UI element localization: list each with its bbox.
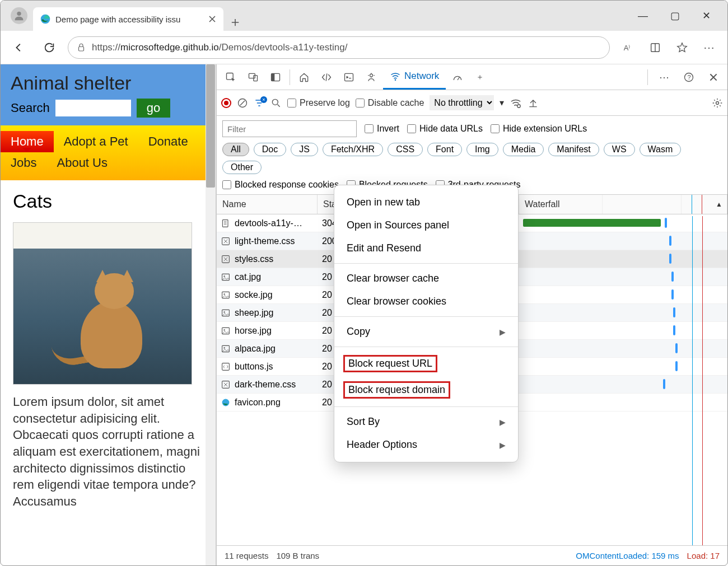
- svg-point-27: [223, 311, 225, 312]
- col-name[interactable]: Name: [217, 195, 318, 214]
- nav-donate[interactable]: Donate: [138, 131, 198, 152]
- ctx-open-sources[interactable]: Open in Sources panel: [334, 214, 518, 237]
- lorem-text: Lorem ipsum dolor, sit amet consectetur …: [13, 394, 203, 510]
- svg-point-29: [223, 329, 225, 330]
- settings-icon[interactable]: [712, 97, 723, 109]
- filter-pill-other[interactable]: Other: [222, 161, 262, 174]
- nav-adopt[interactable]: Adopt a Pet: [54, 131, 138, 152]
- close-tab-icon[interactable]: [208, 15, 217, 24]
- devtools-menu-icon[interactable]: ⋯: [654, 67, 675, 88]
- filter-pill-font[interactable]: Font: [427, 143, 462, 156]
- filter-pill-doc[interactable]: Doc: [254, 143, 286, 156]
- ctx-open-new-tab[interactable]: Open in new tab: [334, 191, 518, 214]
- invert-checkbox[interactable]: Invert: [365, 124, 399, 134]
- help-icon[interactable]: ?: [678, 67, 699, 88]
- profile-button[interactable]: [11, 7, 27, 24]
- svg-point-23: [223, 275, 225, 277]
- back-button[interactable]: [7, 36, 31, 59]
- svg-rect-2: [79, 46, 84, 51]
- svg-point-11: [370, 74, 373, 77]
- site-nav: Home Adopt a Pet Donate Jobs About Us: [1, 125, 216, 180]
- minimize-icon[interactable]: —: [638, 10, 648, 22]
- dock-icon[interactable]: [265, 67, 286, 88]
- welcome-tab-icon[interactable]: [293, 67, 315, 88]
- page-scrollbar[interactable]: [206, 64, 216, 565]
- disable-cache-checkbox[interactable]: Disable cache: [356, 98, 424, 108]
- ctx-block-url[interactable]: Block request URL: [334, 350, 518, 377]
- ctx-clear-cache[interactable]: Clear browser cache: [334, 267, 518, 290]
- page-title: Animal shelter: [11, 72, 206, 94]
- filter-pill-media[interactable]: Media: [503, 143, 544, 156]
- favorite-button[interactable]: [670, 36, 694, 59]
- elements-tab-icon[interactable]: [316, 67, 337, 88]
- clear-icon[interactable]: [237, 97, 248, 109]
- go-button[interactable]: go: [137, 99, 170, 118]
- svg-point-25: [223, 293, 225, 294]
- nav-home[interactable]: Home: [1, 131, 54, 152]
- ctx-copy[interactable]: Copy▶: [334, 320, 518, 343]
- nav-about[interactable]: About Us: [46, 152, 118, 174]
- maximize-icon[interactable]: ▢: [670, 10, 680, 22]
- devtools-tabs: Network ＋ ⋯ ?: [217, 64, 727, 90]
- search-icon[interactable]: [270, 97, 282, 109]
- filter-pill-wasm[interactable]: Wasm: [640, 143, 682, 156]
- performance-tab-icon[interactable]: [447, 67, 468, 88]
- context-menu: Open in new tab Open in Sources panel Ed…: [334, 185, 519, 462]
- network-conditions-icon[interactable]: [510, 97, 522, 109]
- filter-input[interactable]: [222, 120, 357, 137]
- search-label: Search: [11, 101, 50, 115]
- filter-pill-ws[interactable]: WS: [604, 143, 635, 156]
- filter-pill-js[interactable]: JS: [291, 143, 318, 156]
- svg-point-16: [272, 99, 278, 105]
- filter-pill-img[interactable]: Img: [466, 143, 498, 156]
- close-devtools-icon[interactable]: [703, 67, 724, 88]
- ctx-header-options[interactable]: Header Options▶: [334, 433, 518, 456]
- ctx-sort-by[interactable]: Sort By▶: [334, 410, 518, 433]
- col-waterfall[interactable]: Waterfall▲: [519, 195, 727, 214]
- filter-toggle-icon[interactable]: ×: [254, 97, 265, 109]
- inspect-icon[interactable]: [220, 67, 241, 88]
- devtools-panel: Network ＋ ⋯ ? × Preserve log Disable cac…: [216, 64, 727, 565]
- sources-tab-icon[interactable]: [361, 67, 382, 88]
- page-subheading: Cats: [13, 190, 203, 212]
- filter-pill-all[interactable]: All: [222, 143, 249, 156]
- browser-tab[interactable]: Demo page with accessibility issu: [33, 7, 223, 31]
- ctx-edit-resend[interactable]: Edit and Resend: [334, 237, 518, 260]
- more-tabs-button[interactable]: ＋: [469, 67, 491, 88]
- filter-pill-css[interactable]: CSS: [388, 143, 423, 156]
- hide-data-urls-checkbox[interactable]: Hide data URLs: [407, 124, 483, 134]
- ctx-clear-cookies[interactable]: Clear browser cookies: [334, 290, 518, 313]
- svg-rect-10: [345, 73, 353, 81]
- network-toolbar: × Preserve log Disable cache No throttli…: [217, 90, 727, 116]
- blocked-cookies-checkbox[interactable]: Blocked response cookies: [222, 180, 339, 190]
- preserve-log-checkbox[interactable]: Preserve log: [287, 98, 350, 108]
- filter-pill-manifest[interactable]: Manifest: [548, 143, 599, 156]
- filter-pill-fetchxhr[interactable]: Fetch/XHR: [323, 143, 383, 156]
- svg-rect-19: [222, 219, 228, 227]
- network-statusbar: 11 requests 109 B trans OMContentLoaded:…: [217, 545, 727, 565]
- svg-point-18: [716, 101, 719, 104]
- network-tab[interactable]: Network: [383, 64, 446, 90]
- close-window-icon[interactable]: ✕: [702, 10, 711, 22]
- refresh-button[interactable]: [38, 36, 61, 59]
- search-input[interactable]: [55, 100, 131, 116]
- read-aloud-button[interactable]: A⁾: [617, 36, 640, 59]
- menu-button[interactable]: ⋯: [697, 36, 721, 59]
- person-icon: [13, 10, 25, 22]
- status-domcontentloaded: OMContentLoaded: 159 ms: [576, 551, 679, 560]
- reader-button[interactable]: [643, 36, 667, 59]
- throttling-select[interactable]: No throttling: [430, 95, 494, 110]
- device-icon[interactable]: [242, 67, 264, 88]
- wifi-icon: [390, 71, 401, 82]
- record-button[interactable]: [221, 98, 231, 108]
- ctx-block-domain[interactable]: Block request domain: [334, 377, 518, 403]
- hide-extension-urls-checkbox[interactable]: Hide extension URLs: [491, 124, 587, 134]
- address-bar: https://microsoftedge.github.io/Demos/de…: [1, 31, 727, 64]
- new-tab-button[interactable]: ＋: [223, 13, 247, 31]
- import-har-icon[interactable]: [528, 97, 539, 109]
- svg-point-17: [517, 104, 521, 107]
- edge-favicon-icon: [40, 13, 51, 25]
- console-tab-icon[interactable]: [338, 67, 360, 88]
- svg-point-34: [222, 399, 230, 406]
- url-box[interactable]: https://microsoftedge.github.io/Demos/de…: [68, 36, 610, 59]
